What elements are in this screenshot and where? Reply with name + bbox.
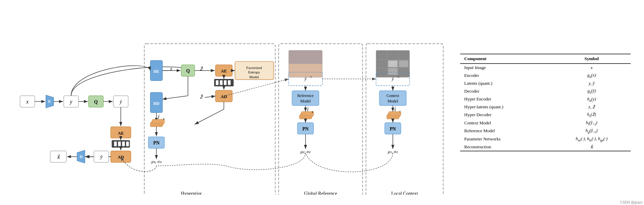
component-name: Parameter Networks [460,135,553,143]
svg-rect-114 [399,60,408,67]
svg-text:AD: AD [221,94,227,99]
svg-text:h: h [163,117,165,121]
watermark: CSDN @grazz [620,201,643,204]
svg-text:ŷ: ŷ [391,77,394,81]
svg-text:y: y [69,99,72,105]
svg-text:μ₃, σ₃: μ₃, σ₃ [151,159,162,164]
svg-text:Model: Model [249,75,259,79]
svg-text:D: D [79,154,83,159]
svg-rect-24 [126,141,129,146]
architecture-diagram: x E y Q ŷ [13,10,450,195]
symbol-header: Symbol [553,54,631,64]
svg-text:PN: PN [302,126,308,132]
component-symbol: y, ŷ [553,80,631,87]
table-row: Context Model hl(ŷ<i) [460,119,631,127]
component-name: Reference Model [460,127,553,135]
svg-text:Q: Q [186,68,190,73]
svg-text:ŷ: ŷ [304,77,307,81]
table-row: Reference Model hg(ŷ<i) [460,127,631,135]
component-name: Reconstruction [460,143,553,151]
svg-rect-58 [220,80,223,85]
svg-text:<i: <i [396,75,399,79]
component-symbol: hg(ŷ<i) [553,127,631,135]
table-row: Hyper-latents (quant.) z, ẑ [460,103,631,111]
svg-text:Local Context: Local Context [391,191,418,195]
svg-rect-22 [118,141,121,146]
svg-text:t̂: t̂ [158,114,160,120]
component-symbol: ga(x) [553,71,631,80]
component-symbol: gs(ŷ) [553,87,631,95]
component-header: Component [460,54,553,64]
svg-text:ẑ: ẑ [200,94,203,99]
svg-rect-60 [228,80,231,85]
svg-rect-74 [152,119,164,123]
svg-rect-21 [114,141,117,146]
svg-text:t̂: t̂ [394,107,396,112]
svg-text:Model: Model [300,99,311,104]
table-row: Input Image x [460,64,631,71]
svg-rect-59 [224,80,226,85]
component-name: Hyper Decoder [460,111,553,119]
component-symbol: ha(y) [553,95,631,104]
table-row: Parameter Networks hse(·), hle(·), hge(·… [460,135,631,143]
component-symbol: x̂ [553,143,631,151]
table-row: Decoder gs(ŷ) [460,87,631,95]
svg-text:Model: Model [387,99,398,104]
svg-line-68 [205,96,216,97]
svg-text:Reference: Reference [297,93,314,98]
table-row: Reconstruction x̂ [460,143,631,151]
component-symbol: z, ẑ [553,103,631,111]
svg-text:Entropy: Entropy [248,70,260,74]
svg-text:E: E [48,99,51,104]
svg-text:PN: PN [390,126,396,132]
component-symbol: hs(ẑ) [553,111,631,119]
svg-text:AE: AE [221,69,227,73]
component-name: Input Image [460,64,553,71]
svg-text:Factorized: Factorized [246,66,262,70]
svg-text:<i: <i [309,75,312,79]
svg-text:HD: HD [153,101,160,106]
component-name: Decoder [460,87,553,95]
component-symbol: hse(·), hle(·), hge(·) [553,135,631,143]
table-row: Hyper Decoder hs(ẑ) [460,111,631,119]
component-name: Latents (quant.) [460,80,553,87]
table-row: Latents (quant.) y, ŷ [460,80,631,87]
svg-text:g: g [312,110,313,113]
table-row: Hyper Encoder ha(y) [460,95,631,104]
svg-rect-87 [289,50,322,64]
svg-line-70 [162,96,188,99]
component-name: Context Model [460,119,553,127]
svg-rect-115 [388,68,398,75]
svg-text:HE: HE [153,69,159,74]
svg-line-83 [195,109,224,124]
diagram-section: x E y Q ŷ [13,10,450,195]
component-name: Hyper Encoder [460,95,553,104]
svg-text:Context: Context [386,93,399,98]
svg-text:Global Reference: Global Reference [304,191,337,195]
svg-rect-57 [216,80,219,85]
svg-text:x: x [26,99,29,105]
svg-text:AE: AE [118,131,124,136]
table-row: Encoder ga(x) [460,71,631,80]
main-container: x E y Q ŷ [6,5,638,200]
svg-text:PN: PN [153,140,159,146]
component-symbol: hl(ŷ<i) [553,119,631,127]
svg-text:AD: AD [118,155,124,160]
svg-rect-125 [389,112,401,116]
svg-text:t̂: t̂ [307,107,309,112]
component-symbol: x [553,64,631,71]
component-name: Hyper-latents (quant.) [460,103,553,111]
table-section: Component Symbol Input Image x Encoder g… [460,14,631,191]
svg-rect-113 [388,60,398,67]
svg-text:ŷ: ŷ [119,99,122,105]
svg-text:Q: Q [94,99,98,105]
symbol-table: Component Symbol Input Image x Encoder g… [460,54,631,151]
svg-text:Hyperprior: Hyperprior [181,191,202,195]
component-name: Encoder [460,71,553,80]
svg-rect-23 [122,141,125,146]
svg-text:ŷ: ŷ [100,154,103,160]
